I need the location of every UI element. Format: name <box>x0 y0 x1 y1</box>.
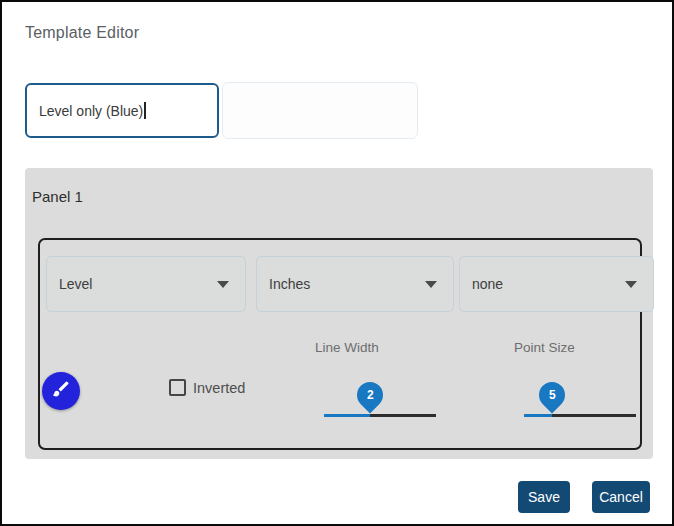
line-width-value: 2 <box>367 388 374 402</box>
line-width-slider-fill <box>324 414 370 417</box>
units-dropdown[interactable]: Inches <box>256 256 454 312</box>
brush-icon <box>51 379 71 403</box>
template-name-input[interactable]: Level only (Blue) <box>25 83 219 138</box>
line-width-slider-thumb[interactable]: 2 <box>352 377 389 414</box>
point-size-slider-fill <box>524 414 552 417</box>
measurement-dropdown-value: Level <box>59 276 92 292</box>
point-size-value: 5 <box>549 388 556 402</box>
point-size-slider[interactable]: 5 <box>524 377 636 417</box>
units-dropdown-value: Inches <box>269 276 310 292</box>
save-button[interactable]: Save <box>518 481 570 513</box>
point-size-label: Point Size <box>514 340 575 355</box>
chevron-down-icon <box>425 281 437 288</box>
template-editor-dialog: Template Editor Level only (Blue) Panel … <box>0 0 674 526</box>
chevron-down-icon <box>217 281 229 288</box>
line-width-slider[interactable]: 2 <box>324 377 436 417</box>
panel-settings-group: Level Inches none Inverted Line Width <box>38 238 642 450</box>
template-name-value: Level only (Blue) <box>39 103 143 119</box>
inverted-checkbox[interactable] <box>169 379 186 396</box>
inverted-checkbox-row[interactable]: Inverted <box>169 379 245 396</box>
panel-title: Panel 1 <box>32 188 83 205</box>
point-size-slider-track[interactable] <box>524 414 636 417</box>
secondary-input[interactable] <box>222 82 418 139</box>
text-caret <box>144 102 146 119</box>
point-size-slider-thumb[interactable]: 5 <box>534 377 571 414</box>
edit-style-button[interactable] <box>42 372 80 410</box>
axis-dropdown-value: none <box>472 276 503 292</box>
line-width-label: Line Width <box>315 340 379 355</box>
line-width-slider-track[interactable] <box>324 414 436 417</box>
chevron-down-icon <box>625 281 637 288</box>
panel-1: Panel 1 Level Inches none Inver <box>25 168 653 459</box>
page-title: Template Editor <box>25 24 139 42</box>
inverted-checkbox-label: Inverted <box>193 380 245 396</box>
cancel-button[interactable]: Cancel <box>592 481 650 513</box>
measurement-dropdown[interactable]: Level <box>46 256 246 312</box>
axis-dropdown[interactable]: none <box>459 256 654 312</box>
